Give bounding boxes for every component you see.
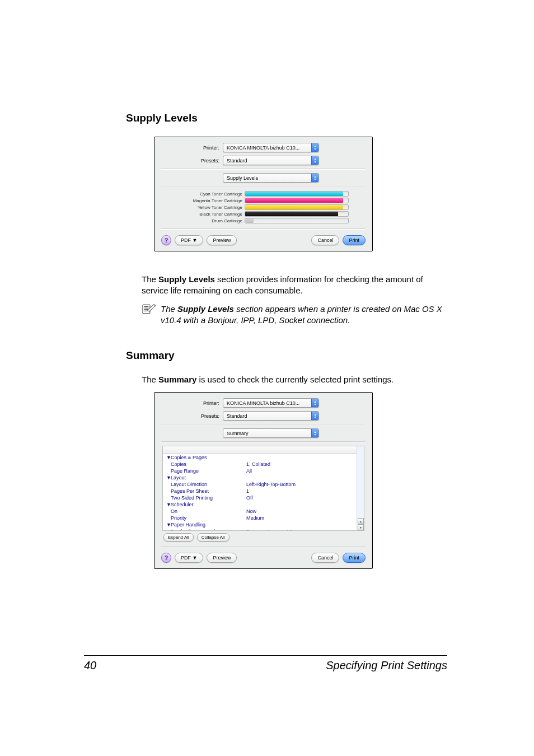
cancel-button[interactable]: Cancel (311, 553, 339, 563)
note-text: The Supply Levels section appears when a… (161, 304, 447, 326)
updown-icon (311, 411, 318, 421)
supply-label: Drum Cartirdge (161, 218, 245, 223)
page-number: 40 (84, 659, 96, 672)
summary-header (163, 446, 357, 454)
presets-value: Standard (227, 158, 247, 164)
summary-row: PriorityMedium (163, 515, 356, 521)
divider (161, 441, 366, 442)
summary-group[interactable]: ▼Scheduler (163, 501, 356, 508)
divider (161, 169, 366, 170)
scrollbar[interactable]: ▲ ▼ (357, 446, 364, 530)
printer-value: KONICA MINOLTA bizhub C10... (227, 400, 299, 406)
supply-bar (245, 218, 349, 223)
scroll-up-icon[interactable]: ▲ (358, 518, 364, 524)
supply-description: The Supply Levels section provides infor… (142, 274, 447, 297)
presets-combo[interactable]: Standard (223, 411, 319, 421)
preview-button[interactable]: Preview (207, 235, 237, 245)
supply-row: Magenta Toner Cartridge (161, 197, 366, 204)
summary-heading: Summary (126, 349, 447, 362)
print-dialog-supply: Printer: KONICA MINOLTA bizhub C10... Pr… (154, 137, 373, 251)
summary-description: The Summary is used to check the current… (142, 374, 447, 385)
supply-bar (245, 204, 349, 210)
print-button[interactable]: Print (343, 553, 366, 563)
scroll-down-icon[interactable]: ▼ (358, 524, 364, 530)
presets-label: Presets: (161, 158, 223, 164)
supply-bar (245, 211, 349, 217)
printer-combo[interactable]: KONICA MINOLTA bizhub C10... (223, 143, 319, 152)
note-icon (142, 304, 156, 315)
divider (161, 186, 366, 187)
supply-bar (245, 191, 349, 197)
panel-combo[interactable]: Summary (223, 428, 319, 438)
printer-label: Printer: (161, 400, 223, 406)
presets-combo[interactable]: Standard (223, 156, 319, 165)
supply-row: Yellow Toner Cartridge (161, 204, 366, 211)
supply-label: Yellow Toner Cartridge (161, 205, 245, 210)
printer-combo[interactable]: KONICA MINOLTA bizhub C10... (223, 398, 319, 408)
supply-bar (245, 198, 349, 203)
summary-row: Copies1, Collated (163, 461, 356, 468)
divider (161, 546, 366, 547)
divider (161, 424, 366, 425)
page-footer-text: Specifying Print Settings (326, 659, 447, 672)
cancel-button[interactable]: Cancel (311, 235, 339, 245)
summary-row: Two Sided PrintingOff (163, 494, 356, 501)
supply-row: Black Toner Cartridge (161, 211, 366, 217)
summary-group[interactable]: ▼Layout (163, 474, 356, 481)
pdf-menu-button[interactable]: PDF ▼ (175, 235, 203, 245)
pdf-menu-button[interactable]: PDF ▼ (175, 553, 203, 563)
updown-icon (311, 428, 318, 438)
print-button[interactable]: Print (343, 235, 366, 245)
summary-row: Page RangeAll (163, 468, 356, 474)
supply-label: Magenta Toner Cartridge (161, 198, 245, 203)
help-button[interactable]: ? (161, 235, 171, 245)
summary-row: OnNow (163, 508, 356, 515)
expand-all-button[interactable]: Expand All (163, 533, 194, 542)
supply-label: Cyan Toner Cartridge (161, 192, 245, 197)
summary-settings-list: ▼Copies & PagesCopies1, CollatedPage Ran… (162, 446, 364, 531)
summary-group[interactable]: ▼Copies & Pages (163, 454, 356, 461)
panel-value: Supply Levels (227, 175, 258, 181)
summary-row: Destination paper sizeDocument paper: A4 (163, 528, 356, 531)
panel-combo[interactable]: Supply Levels (223, 173, 319, 183)
summary-row: Pages Per Sheet1 (163, 488, 356, 494)
summary-row: Layout DirectionLeft-Right-Top-Bottom (163, 481, 356, 488)
updown-icon (311, 143, 318, 152)
updown-icon (311, 156, 318, 165)
supply-row: Cyan Toner Cartridge (161, 190, 366, 197)
printer-label: Printer: (161, 145, 223, 151)
updown-icon (311, 173, 318, 183)
updown-icon (311, 398, 318, 408)
print-dialog-summary: Printer: KONICA MINOLTA bizhub C10... Pr… (154, 392, 373, 569)
printer-value: KONICA MINOLTA bizhub C10... (227, 145, 299, 151)
presets-label: Presets: (161, 413, 223, 419)
supply-levels-heading: Supply Levels (126, 112, 447, 124)
presets-value: Standard (227, 413, 247, 419)
supply-row: Drum Cartirdge (161, 217, 366, 224)
summary-group[interactable]: ▼Paper Handling (163, 521, 356, 528)
supply-label: Black Toner Cartridge (161, 212, 245, 217)
collapse-all-button[interactable]: Collapse All (197, 533, 229, 542)
preview-button[interactable]: Preview (207, 553, 237, 563)
panel-value: Summary (227, 431, 249, 436)
divider (161, 228, 366, 230)
help-button[interactable]: ? (161, 553, 171, 563)
